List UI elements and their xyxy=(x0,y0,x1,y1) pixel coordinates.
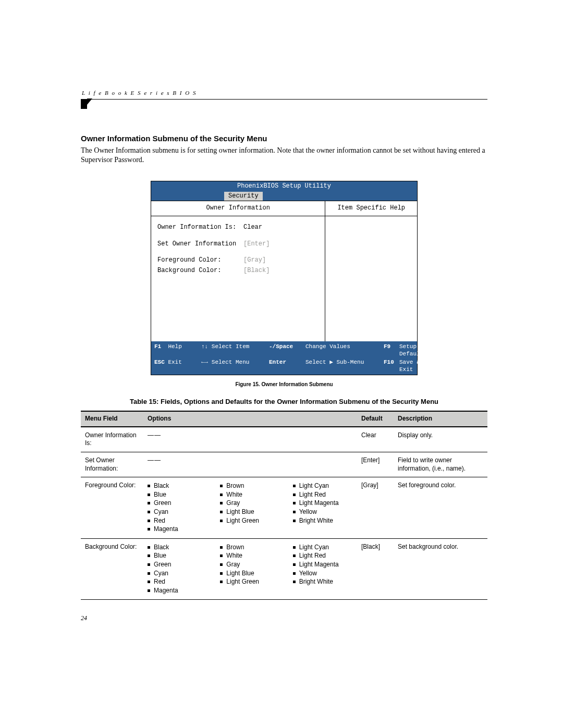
bios-screenshot: PhoenixBIOS Setup Utility Security Owner… xyxy=(151,181,418,375)
th-menu-field: Menu Field xyxy=(81,411,143,427)
cell-menu-field: Background Color: xyxy=(81,538,143,600)
option-item: Light Cyan xyxy=(293,482,353,490)
cell-description: Set background color. xyxy=(394,538,487,600)
th-options: Options xyxy=(143,411,357,427)
figure-caption: Figure 15. Owner Information Submenu xyxy=(81,381,487,387)
running-head: L i f e B o o k E S e r i e s B I O S xyxy=(81,89,487,100)
cell-description: Set foreground color. xyxy=(394,477,487,539)
table-row: Foreground Color:BlackBlueGreenCyanRedMa… xyxy=(81,477,487,539)
cell-options: —— xyxy=(143,427,357,452)
option-item: Light Red xyxy=(293,491,353,499)
option-item: Cyan xyxy=(148,570,207,578)
cell-options: BlackBlueGreenCyanRedMagentaBrownWhiteGr… xyxy=(143,538,357,600)
table-row: Set Owner Information:——[Enter]Field to … xyxy=(81,452,487,477)
option-item: Brown xyxy=(220,544,280,552)
cell-options: —— xyxy=(143,452,357,477)
option-item: Green xyxy=(148,561,207,569)
bios-row: Foreground Color: [Gray] xyxy=(157,256,319,265)
option-item: Blue xyxy=(148,552,207,560)
option-item: Yellow xyxy=(293,508,353,516)
option-item: Magenta xyxy=(148,525,207,534)
option-item: Blue xyxy=(148,491,207,499)
option-item: Light Green xyxy=(220,517,280,525)
bios-row: Owner Information Is: Clear xyxy=(157,224,319,232)
option-item: Bright White xyxy=(293,578,353,586)
option-item: Light Cyan xyxy=(293,544,353,552)
header-rule-mark xyxy=(81,100,87,109)
th-default: Default xyxy=(357,411,394,427)
option-item: Light Blue xyxy=(220,508,280,516)
option-item: White xyxy=(220,491,280,499)
th-description: Description xyxy=(394,411,487,427)
cell-menu-field: Owner Information Is: xyxy=(81,427,143,452)
table-row: Background Color:BlackBlueGreenCyanRedMa… xyxy=(81,538,487,600)
cell-options: BlackBlueGreenCyanRedMagentaBrownWhiteGr… xyxy=(143,477,357,539)
cell-default: [Gray] xyxy=(357,477,394,539)
cell-menu-field: Foreground Color: xyxy=(81,477,143,539)
option-item: Bright White xyxy=(293,517,353,525)
cell-default: Clear xyxy=(357,427,394,452)
option-item: Light Blue xyxy=(220,570,280,578)
bios-footer: F1 Help ↑↓ Select Item -/Space Change Va… xyxy=(151,341,417,375)
bios-title: PhoenixBIOS Setup Utility xyxy=(151,181,417,192)
bios-left-header: Owner Information xyxy=(151,201,325,216)
option-item: Red xyxy=(148,578,207,586)
fields-table: Menu Field Options Default Description O… xyxy=(81,411,487,600)
tab-security: Security xyxy=(224,192,263,201)
option-item: Magenta xyxy=(148,587,207,595)
cell-description: Field to write owner information, (i.e.,… xyxy=(394,452,487,477)
option-item: Brown xyxy=(220,482,280,490)
option-item: Red xyxy=(148,517,207,525)
section-paragraph: The Owner Information submenu is for set… xyxy=(81,146,487,166)
section-heading: Owner Information Submenu of the Securit… xyxy=(81,134,487,143)
page-number: 24 xyxy=(81,614,487,622)
option-item: Light Magenta xyxy=(293,499,353,508)
header-triangle-icon xyxy=(87,98,92,105)
option-item: Light Green xyxy=(220,578,280,586)
option-item: Light Red xyxy=(293,552,353,560)
bios-row: Background Color: [Black] xyxy=(157,267,319,275)
option-item: Cyan xyxy=(148,508,207,516)
option-item: Green xyxy=(148,499,207,508)
cell-menu-field: Set Owner Information: xyxy=(81,452,143,477)
bios-row: Set Owner Information [Enter] xyxy=(157,240,319,249)
table-caption: Table 15: Fields, Options and Defaults f… xyxy=(81,398,487,405)
option-item: Gray xyxy=(220,561,280,569)
cell-default: [Enter] xyxy=(357,452,394,477)
bios-tab-bar: Security xyxy=(151,192,417,201)
bios-right-header: Item Specific Help xyxy=(325,201,417,216)
option-item: Black xyxy=(148,544,207,552)
table-row: Owner Information Is:——ClearDisplay only… xyxy=(81,427,487,452)
option-item: Gray xyxy=(220,499,280,508)
cell-description: Display only. xyxy=(394,427,487,452)
option-item: Light Magenta xyxy=(293,561,353,569)
option-item: Black xyxy=(148,482,207,490)
option-item: White xyxy=(220,552,280,560)
option-item: Yellow xyxy=(293,570,353,578)
cell-default: [Black] xyxy=(357,538,394,600)
